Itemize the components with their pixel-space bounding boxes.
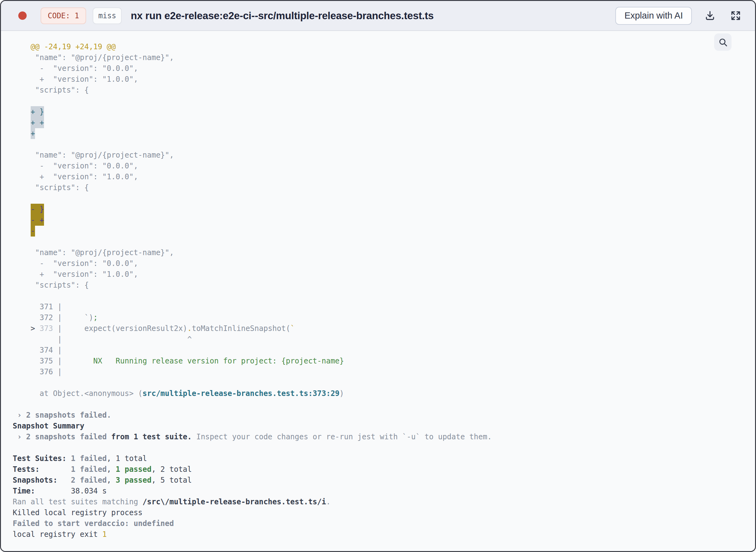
terminal-line: @@ -24,19 +24,19 @@ xyxy=(13,41,755,52)
search-icon xyxy=(718,37,728,47)
terminal-text-segment: 1 failed xyxy=(71,465,107,474)
terminal-text-segment: local registry exit xyxy=(13,530,102,539)
terminal-line xyxy=(13,139,755,150)
terminal-text-segment xyxy=(13,118,31,127)
explain-with-ai-button[interactable]: Explain with AI xyxy=(615,7,692,25)
terminal-line: > 373 | expect(versionResult2x).toMatchI… xyxy=(13,323,755,334)
terminal-text-segment: src/multiple-release-branches.test.ts:37… xyxy=(142,389,340,398)
terminal-text-segment: at Object.<anonymous> ( xyxy=(13,389,142,398)
terminal-text-segment: "name": "@proj/{project-name}", xyxy=(13,248,174,257)
terminal-text-segment: . xyxy=(188,324,192,333)
terminal-line: "name": "@proj/{project-name}", xyxy=(13,247,755,258)
terminal-text-segment: - } xyxy=(31,204,44,215)
terminal-text-segment: - + xyxy=(31,215,44,226)
terminal-line: Snapshot Summary xyxy=(13,421,755,432)
terminal-text-segment: , 2 total xyxy=(151,465,192,474)
terminal-line: + xyxy=(13,128,755,139)
terminal-text-segment: + "version": "1.0.0", xyxy=(13,172,138,181)
terminal-line: Test Suites: 1 failed, 1 total xyxy=(13,453,755,464)
terminal-line xyxy=(13,237,755,247)
terminal-text-segment: 1 passed xyxy=(116,465,151,474)
download-icon xyxy=(704,10,716,21)
terminal-text-segment: ) xyxy=(340,389,344,398)
terminal-line: - } xyxy=(13,204,755,215)
terminal-line xyxy=(13,399,755,410)
terminal-line xyxy=(13,377,755,388)
terminal-text-segment: "scripts": { xyxy=(13,86,89,95)
terminal-line: + } xyxy=(13,107,755,117)
terminal-text-segment: , 1 total xyxy=(107,454,147,463)
terminal-text-segment: > xyxy=(31,324,35,333)
terminal-line: › 2 snapshots failed from 1 test suite. … xyxy=(13,432,755,442)
terminal-text-segment: | ^ xyxy=(13,335,192,343)
terminal-text-segment: , xyxy=(107,476,116,485)
terminal-text-segment: , 5 total xyxy=(151,476,192,485)
terminal-text-segment: › 2 snapshots failed. xyxy=(13,411,111,419)
download-button[interactable] xyxy=(704,10,716,21)
terminal-text-segment: Killed local registry process xyxy=(13,508,142,517)
terminal-text-segment xyxy=(13,205,31,214)
terminal-text-segment: 375 | xyxy=(13,357,62,365)
terminal-text-segment: + } xyxy=(31,106,44,117)
terminal-line: + "version": "1.0.0", xyxy=(13,74,755,85)
search-button[interactable] xyxy=(714,33,732,51)
terminal-line: 374 | xyxy=(13,345,755,356)
expand-icon xyxy=(730,10,741,21)
terminal-text-segment: 371 | xyxy=(13,302,62,311)
terminal-text-segment: Failed to start verdaccio: undefined xyxy=(13,519,174,528)
terminal-lines: @@ -24,19 +24,19 @@ "name": "@proj/{proj… xyxy=(13,41,755,540)
terminal-text-segment: 374 | xyxy=(13,346,62,355)
status-dot-icon xyxy=(18,11,27,20)
terminal-line: - + xyxy=(13,215,755,226)
terminal-line: "scripts": { xyxy=(13,85,755,96)
terminal-line: Time: 38.034 s xyxy=(13,486,755,497)
terminal-log: @@ -24,19 +24,19 @@ "name": "@proj/{proj… xyxy=(1,31,755,551)
terminal-line xyxy=(13,96,755,107)
expand-button[interactable] xyxy=(730,10,741,21)
terminal-text-segment: Tests: xyxy=(13,465,71,474)
terminal-line: › 2 snapshots failed. xyxy=(13,410,755,421)
terminal-text-segment: . xyxy=(326,498,330,506)
exit-code-badge: CODE: 1 xyxy=(40,7,86,24)
terminal-text-segment: Ran all test suites matching xyxy=(13,498,142,506)
terminal-text-segment: + + xyxy=(31,117,44,128)
terminal-line: Ran all test suites matching /src\/multi… xyxy=(13,497,755,508)
terminal-line: 375 | NX Running release version for pro… xyxy=(13,356,755,367)
terminal-line: "name": "@proj/{project-name}", xyxy=(13,150,755,161)
terminal-text-segment: 2 failed xyxy=(71,476,107,485)
terminal-text-segment: Snapshot Summary xyxy=(13,422,84,430)
terminal-text-segment: ` xyxy=(290,324,295,333)
terminal-text-segment: - "version": "0.0.0", xyxy=(13,64,138,73)
terminal-text-segment: 3 passed xyxy=(116,476,151,485)
terminal-text-segment: 1 failed xyxy=(71,454,107,463)
terminal-line: + "version": "1.0.0", xyxy=(13,171,755,182)
terminal-text-segment xyxy=(13,108,31,116)
terminal-line: 372 | `); xyxy=(13,312,755,323)
terminal-text-segment: , xyxy=(107,465,116,474)
terminal-text-segment: - "version": "0.0.0", xyxy=(13,259,138,268)
terminal-line: + "version": "1.0.0", xyxy=(13,269,755,280)
terminal-line: - "version": "0.0.0", xyxy=(13,161,755,171)
terminal-text-segment: "scripts": { xyxy=(13,183,89,192)
terminal-text-segment: "scripts": { xyxy=(13,281,89,289)
terminal-text-segment xyxy=(13,216,31,225)
terminal-text-segment: Time: xyxy=(13,487,71,495)
terminal-text-segment: toMatchInlineSnapshot( xyxy=(192,324,290,333)
terminal-text-segment: 1 xyxy=(102,530,107,539)
terminal-text-segment: › 2 snapshots failed xyxy=(13,432,107,441)
terminal-line: Tests: 1 failed, 1 passed, 2 total xyxy=(13,464,755,475)
terminal-line: - xyxy=(13,226,755,237)
terminal-line: at Object.<anonymous> (src/multiple-rele… xyxy=(13,388,755,399)
terminal-text-segment xyxy=(13,227,31,235)
terminal-text-segment: from 1 test suite. xyxy=(107,432,192,441)
terminal-text-segment: 38.034 s xyxy=(71,487,107,495)
terminal-line: "scripts": { xyxy=(13,182,755,193)
terminal-text-segment: Inspect your code changes or re-run jest… xyxy=(192,432,492,441)
window: CODE: 1 miss nx run e2e-release:e2e-ci--… xyxy=(0,0,756,552)
terminal-text-segment: "name": "@proj/{project-name}", xyxy=(13,151,174,159)
terminal-line xyxy=(13,291,755,301)
terminal-line xyxy=(13,442,755,453)
command-title: nx run e2e-release:e2e-ci--src/multiple-… xyxy=(131,10,434,22)
terminal-text-segment: @@ -24,19 +24,19 @@ xyxy=(13,42,116,51)
terminal-line: Killed local registry process xyxy=(13,508,755,518)
